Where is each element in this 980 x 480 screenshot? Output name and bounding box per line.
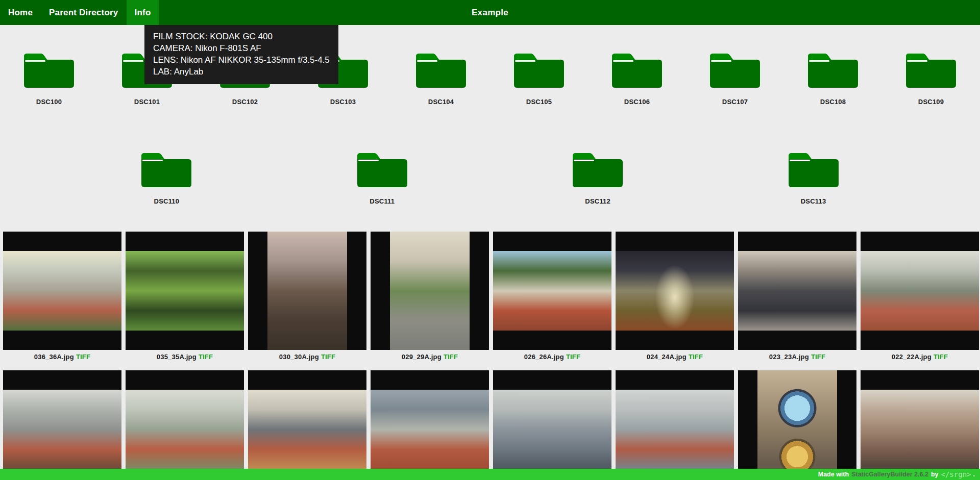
folder-dsc105[interactable]: DSC105 xyxy=(490,50,588,150)
folder-icon xyxy=(572,150,623,187)
photo-label: 030_30A.jpgTIFF xyxy=(248,353,366,361)
photo-thumbnail xyxy=(616,390,734,469)
photo-cell[interactable] xyxy=(3,232,121,350)
photo-format-link[interactable]: TIFF xyxy=(934,353,948,361)
folder-label: DSC105 xyxy=(526,98,552,106)
footer-bar: Made with StaticGalleryBuilder 2.6.2 by … xyxy=(0,469,980,480)
photo-cell[interactable] xyxy=(371,370,489,480)
footer-dot: . xyxy=(973,471,975,478)
folder-icon xyxy=(23,50,75,88)
photo-cell[interactable] xyxy=(3,370,121,480)
photo-item-030_30A[interactable]: 030_30A.jpgTIFF xyxy=(248,232,366,361)
info-tooltip: FILM STOCK: KODAK GC 400CAMERA: Nikon F-… xyxy=(144,25,338,84)
photo-cell[interactable] xyxy=(861,232,979,350)
folder-dsc110[interactable]: DSC110 xyxy=(117,150,215,205)
photo-item-row2-8[interactable] xyxy=(861,370,979,480)
photo-format-link[interactable]: TIFF xyxy=(444,353,458,361)
photo-item-row2-6[interactable] xyxy=(616,370,734,480)
folder-label: DSC106 xyxy=(624,98,650,106)
photo-cell[interactable] xyxy=(248,370,366,480)
photo-thumbnail xyxy=(390,232,470,350)
photo-cell[interactable] xyxy=(738,370,856,480)
photo-filename: 024_24A.jpg xyxy=(647,353,687,361)
folder-dsc106[interactable]: DSC106 xyxy=(588,50,686,150)
photo-thumbnail xyxy=(3,390,121,469)
folder-icon xyxy=(513,50,565,88)
photo-item-row2-7[interactable] xyxy=(738,370,856,480)
photo-cell[interactable] xyxy=(616,232,734,350)
folder-icon xyxy=(709,50,761,88)
photo-item-row2-1[interactable] xyxy=(3,370,121,480)
photo-item-row2-4[interactable] xyxy=(371,370,489,480)
photo-thumbnail xyxy=(248,390,366,469)
folder-label: DSC113 xyxy=(801,197,826,205)
photo-filename: 029_29A.jpg xyxy=(402,353,442,361)
folder-icon xyxy=(141,150,192,187)
photo-label: 035_35A.jpgTIFF xyxy=(126,353,244,361)
photo-thumbnail xyxy=(616,251,734,331)
photo-format-link[interactable]: TIFF xyxy=(76,353,90,361)
nav-item-info[interactable]: Info xyxy=(127,0,159,25)
photo-cell[interactable] xyxy=(493,370,611,480)
photo-thumbnail xyxy=(3,251,121,331)
photo-thumbnail xyxy=(371,390,489,469)
folder-dsc109[interactable]: DSC109 xyxy=(882,50,980,150)
tooltip-line: LENS: Nikon AF NIKKOR 35-135mm f/3.5-4.5 xyxy=(153,54,330,66)
photo-thumbnail xyxy=(493,251,611,331)
tooltip-line: LAB: AnyLab xyxy=(153,66,330,78)
photo-item-023_23A[interactable]: 023_23A.jpgTIFF xyxy=(738,232,856,361)
folder-label: DSC100 xyxy=(36,98,62,106)
photo-cell[interactable] xyxy=(493,232,611,350)
photo-format-link[interactable]: TIFF xyxy=(566,353,580,361)
folder-dsc100[interactable]: DSC100 xyxy=(0,50,98,150)
photo-item-029_29A[interactable]: 029_29A.jpgTIFF xyxy=(371,232,489,361)
footer-made-with: Made with xyxy=(818,471,849,478)
folder-dsc108[interactable]: DSC108 xyxy=(784,50,882,150)
photo-cell[interactable] xyxy=(248,232,366,350)
folder-dsc112[interactable]: DSC112 xyxy=(549,150,647,205)
photo-format-link[interactable]: TIFF xyxy=(811,353,825,361)
photo-item-035_35A[interactable]: 035_35A.jpgTIFF xyxy=(126,232,244,361)
photo-label: 026_26A.jpgTIFF xyxy=(493,353,611,361)
photo-label: 023_23A.jpgTIFF xyxy=(738,353,856,361)
photo-item-row2-2[interactable] xyxy=(126,370,244,480)
photo-cell[interactable] xyxy=(126,232,244,350)
photo-cell[interactable] xyxy=(861,370,979,480)
photo-item-024_24A[interactable]: 024_24A.jpgTIFF xyxy=(616,232,734,361)
photo-cell[interactable] xyxy=(738,232,856,350)
footer-brand-link[interactable]: </srgn> xyxy=(941,470,971,478)
photo-filename: 036_36A.jpg xyxy=(34,353,74,361)
photo-thumbnail xyxy=(126,251,244,331)
footer-builder-name: StaticGalleryBuilder 2.6.2 xyxy=(851,471,928,478)
photo-format-link[interactable]: TIFF xyxy=(199,353,213,361)
photo-item-row2-3[interactable] xyxy=(248,370,366,480)
photo-thumbnail xyxy=(757,370,837,480)
photo-item-row2-5[interactable] xyxy=(493,370,611,480)
nav-item-parent-directory[interactable]: Parent Directory xyxy=(41,0,126,25)
nav-item-home[interactable]: Home xyxy=(0,0,41,25)
photo-cell[interactable] xyxy=(616,370,734,480)
folder-label: DSC111 xyxy=(370,197,395,205)
photo-item-026_26A[interactable]: 026_26A.jpgTIFF xyxy=(493,232,611,361)
photo-filename: 030_30A.jpg xyxy=(279,353,319,361)
tooltip-line: FILM STOCK: KODAK GC 400 xyxy=(153,31,330,42)
photo-item-022_22A[interactable]: 022_22A.jpgTIFF xyxy=(861,232,979,361)
folder-icon xyxy=(905,50,957,88)
photo-item-036_36A[interactable]: 036_36A.jpgTIFF xyxy=(3,232,121,361)
folder-dsc111[interactable]: DSC111 xyxy=(333,150,431,205)
photo-cell[interactable] xyxy=(126,370,244,480)
photo-format-link[interactable]: TIFF xyxy=(689,353,703,361)
photo-filename: 026_26A.jpg xyxy=(524,353,564,361)
tooltip-line: CAMERA: Nikon F-801S AF xyxy=(153,42,330,54)
folder-icon xyxy=(415,50,467,88)
folder-label: DSC109 xyxy=(918,98,944,106)
folder-dsc104[interactable]: DSC104 xyxy=(392,50,490,150)
photo-thumbnail xyxy=(126,390,244,469)
photo-format-link[interactable]: TIFF xyxy=(321,353,335,361)
photo-label: 024_24A.jpgTIFF xyxy=(616,353,734,361)
folder-dsc107[interactable]: DSC107 xyxy=(686,50,784,150)
folder-label: DSC103 xyxy=(330,98,356,106)
photo-cell[interactable] xyxy=(371,232,489,350)
folder-icon xyxy=(611,50,663,88)
folder-dsc113[interactable]: DSC113 xyxy=(765,150,863,205)
